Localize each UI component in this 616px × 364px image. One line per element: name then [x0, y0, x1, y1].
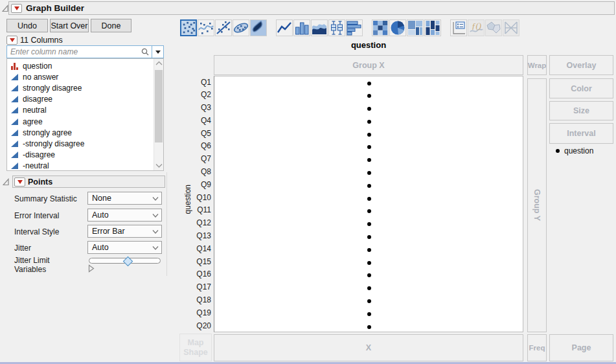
variables-label: Variables — [14, 265, 46, 274]
graph-type-pie-icon[interactable] — [389, 19, 406, 36]
column-list-item[interactable]: agree — [7, 116, 163, 127]
drop-zone-map-shape[interactable]: Map Shape — [179, 334, 212, 361]
column-search-input[interactable]: Enter column name — [7, 47, 141, 56]
data-point[interactable] — [367, 82, 371, 85]
blue-triangle-continuous-icon — [10, 95, 19, 103]
interval-style-select[interactable]: Error Bar — [87, 225, 162, 238]
y-axis-tick-label: Q12 — [175, 218, 211, 227]
jitter-label: Jitter — [14, 244, 31, 253]
graph-type-line-icon[interactable] — [276, 19, 293, 36]
data-point[interactable] — [367, 94, 371, 98]
drop-zone-freq[interactable]: Freq — [527, 334, 547, 361]
drop-zone-x[interactable]: X — [214, 334, 523, 361]
drop-zone-size[interactable]: Size — [549, 101, 613, 120]
y-axis-tick-label: Q13 — [175, 231, 211, 240]
column-list-item[interactable]: question — [7, 60, 163, 71]
data-point[interactable] — [367, 120, 371, 124]
y-axis-tick-label: Q10 — [175, 193, 211, 202]
scrollbar-thumb[interactable] — [155, 70, 163, 142]
summary-statistic-select[interactable]: None — [87, 192, 162, 205]
points-collapse-icon[interactable] — [3, 178, 10, 186]
data-point[interactable] — [367, 235, 371, 239]
column-list-item[interactable]: disagree — [7, 94, 163, 105]
column-list-item[interactable]: no answer — [7, 71, 163, 82]
graph-type-box-plot-icon[interactable] — [328, 19, 345, 36]
column-label: strongly disagree — [23, 84, 82, 93]
scroll-up-icon[interactable] — [155, 61, 163, 66]
plot-area[interactable] — [214, 76, 523, 332]
graph-type-points-icon[interactable] — [180, 19, 197, 36]
data-point[interactable] — [367, 286, 371, 290]
data-point[interactable] — [367, 197, 371, 201]
graph-type-formula-icon: ƒ() — [468, 19, 485, 36]
graph-type-mosaic-icon[interactable] — [424, 19, 441, 36]
y-axis-tick-label: Q15 — [175, 257, 211, 266]
data-point[interactable] — [367, 145, 371, 149]
blue-triangle-continuous-icon — [10, 118, 19, 126]
graph-type-area-icon[interactable] — [311, 19, 328, 36]
data-point[interactable] — [367, 184, 371, 188]
data-point[interactable] — [367, 171, 371, 175]
columns-red-triangle-menu-icon[interactable] — [6, 36, 17, 45]
start-over-button[interactable]: Start Over — [50, 19, 89, 32]
blue-triangle-continuous-icon — [10, 162, 19, 170]
scroll-down-icon[interactable] — [155, 163, 163, 168]
data-point[interactable] — [367, 325, 371, 329]
legend-item[interactable]: question — [551, 146, 593, 155]
drop-zone-interval[interactable]: Interval — [549, 123, 613, 144]
panel-divider — [166, 172, 167, 276]
drop-zone-group-y[interactable]: Group Y — [527, 78, 547, 332]
graph-type-contour-icon[interactable] — [250, 19, 267, 36]
graph-type-ellipse-icon[interactable] — [233, 19, 249, 36]
blue-triangle-continuous-icon — [10, 151, 19, 159]
column-list-item[interactable]: -strongly disagree — [7, 138, 163, 149]
data-point[interactable] — [367, 158, 371, 162]
data-point[interactable] — [367, 209, 371, 213]
column-list-item[interactable]: strongly disagree — [7, 82, 163, 93]
columns-count-label: 11 Columns — [20, 36, 63, 45]
graph-type-caption-box-icon[interactable] — [450, 19, 467, 36]
column-label: -disagree — [23, 150, 55, 159]
undo-button[interactable]: Undo — [6, 19, 48, 32]
column-list-item[interactable]: strongly agree — [7, 127, 163, 138]
drop-zone-wrap[interactable]: Wrap — [527, 55, 547, 75]
interval-style-value: Error Bar — [92, 227, 125, 236]
y-axis-tick-label: Q2 — [175, 90, 211, 99]
blue-triangle-continuous-icon — [10, 106, 19, 114]
red-bars-nominal-icon — [10, 62, 19, 70]
data-point[interactable] — [367, 261, 371, 265]
graph-type-treemap-icon[interactable] — [407, 19, 424, 36]
graph-type-bar-icon[interactable] — [293, 19, 310, 36]
data-point[interactable] — [367, 273, 371, 277]
points-title: Points — [28, 177, 52, 187]
column-list-item[interactable]: -neutral — [7, 161, 163, 171]
search-dropdown-button[interactable] — [152, 46, 163, 58]
drop-zone-page[interactable]: Page — [549, 334, 613, 361]
data-point[interactable] — [367, 107, 371, 111]
done-button[interactable]: Done — [91, 19, 131, 32]
data-point[interactable] — [367, 248, 371, 252]
y-axis-title: question — [183, 185, 192, 214]
data-point[interactable] — [367, 312, 371, 316]
graph-title: question — [214, 40, 523, 50]
y-axis-tick-label: Q4 — [175, 116, 211, 125]
drop-zone-overlay[interactable]: Overlay — [549, 55, 613, 75]
points-red-triangle-menu-icon[interactable] — [14, 177, 25, 187]
error-interval-select[interactable]: Auto — [87, 209, 162, 222]
column-list-item[interactable]: neutral — [7, 105, 163, 116]
y-axis-tick-label: Q7 — [175, 154, 211, 163]
data-point[interactable] — [367, 299, 371, 303]
data-point[interactable] — [367, 133, 371, 137]
graph-type-smoother-icon[interactable] — [198, 19, 214, 36]
column-list-item[interactable]: -disagree — [7, 150, 163, 161]
drop-zone-color[interactable]: Color — [549, 78, 613, 98]
red-triangle-menu-icon[interactable] — [11, 4, 22, 13]
variables-expand-icon[interactable] — [88, 264, 95, 273]
drop-zone-group-x[interactable]: Group X — [214, 55, 523, 75]
columns-scrollbar[interactable] — [154, 59, 163, 170]
graph-type-histogram-icon[interactable] — [346, 19, 363, 36]
graph-type-line-of-fit-icon[interactable] — [215, 19, 232, 36]
graph-type-heatmap-icon[interactable] — [372, 19, 389, 36]
jitter-select[interactable]: Auto — [87, 241, 162, 254]
data-point[interactable] — [367, 222, 371, 226]
